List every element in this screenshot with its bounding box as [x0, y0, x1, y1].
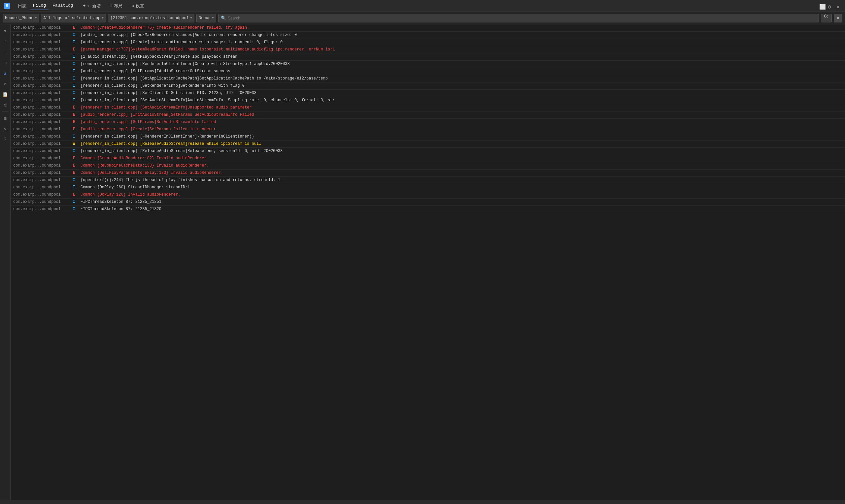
table-row[interactable]: com.examp...oundpoolI[audio_renderer.cpp…: [11, 32, 845, 39]
table-row[interactable]: com.examp...oundpoolI~IPCThreadSkeleton …: [11, 199, 845, 206]
log-level: W: [70, 141, 78, 147]
log-message: [renderer_in_client.cpp] [RendererInClie…: [78, 61, 845, 67]
sidebar-scroll-down[interactable]: ↓: [1, 48, 9, 56]
clear-filter-button[interactable]: ✕: [834, 14, 842, 22]
filter-bar: Huawei_Phone ▼ All logs of selected app …: [0, 12, 845, 24]
log-app-name: com.examp...oundpool: [11, 83, 70, 89]
settings-button[interactable]: ⚙ 设置: [130, 2, 146, 10]
log-level: I: [70, 177, 78, 183]
log-message: Common:{DealPlayParamsBeforePlay:180} In…: [78, 170, 845, 176]
sidebar-expand[interactable]: ⊞: [1, 59, 9, 67]
search-input[interactable]: [218, 14, 819, 22]
table-row[interactable]: com.examp...oundpoolE[param_manager.c:73…: [11, 46, 845, 53]
table-row[interactable]: com.examp...oundpoolICommon:{DoPlay:260}…: [11, 184, 845, 191]
sidebar-refresh[interactable]: ↺: [1, 69, 9, 77]
log-level: E: [70, 126, 78, 132]
table-row[interactable]: com.examp...oundpoolECommon:{DoPlay:126}…: [11, 191, 845, 199]
table-row[interactable]: com.examp...oundpoolI{operator()():244} …: [11, 177, 845, 184]
table-row[interactable]: com.examp...oundpoolI[renderer_in_client…: [11, 90, 845, 97]
table-row[interactable]: com.examp...oundpoolI[i_audio_stream.cpp…: [11, 53, 845, 61]
log-message: [renderer_in_client.cpp] [ReleaseAudioSt…: [78, 141, 845, 147]
title-tab-faultlog[interactable]: FaultLog: [50, 2, 75, 10]
sidebar-clear[interactable]: ⊘: [1, 80, 9, 88]
app-select[interactable]: [21235] com.example.testsoundpool ▼: [108, 14, 194, 22]
device-select[interactable]: Huawei_Phone ▼: [3, 14, 39, 22]
log-level: E: [70, 119, 78, 125]
log-app-name: com.examp...oundpool: [11, 54, 70, 60]
table-row[interactable]: com.examp...oundpoolECommon:{DealPlayPar…: [11, 169, 845, 177]
table-row[interactable]: com.examp...oundpoolI[audio_renderer.cpp…: [11, 68, 845, 75]
table-row[interactable]: com.examp...oundpoolI[renderer_in_client…: [11, 83, 845, 90]
log-message: [audio_renderer.cpp] [SetParams]SetAudio…: [78, 119, 845, 125]
log-app-name: com.examp...oundpool: [11, 75, 70, 82]
table-row[interactable]: com.examp...oundpoolI[renderer_in_client…: [11, 97, 845, 104]
log-message: [i_audio_stream.cpp] [GetPlaybackStream]…: [78, 54, 845, 60]
layout-icon: ⊞: [110, 3, 112, 8]
layout-button[interactable]: ⊞ 布局: [108, 2, 124, 10]
table-row[interactable]: com.examp...oundpoolE[renderer_in_client…: [11, 104, 845, 111]
table-row[interactable]: com.examp...oundpoolI~IPCThreadSkeleton …: [11, 206, 845, 213]
sidebar-export[interactable]: ⎘: [1, 101, 9, 109]
log-app-name: com.examp...oundpool: [11, 192, 70, 198]
log-level: I: [70, 206, 78, 212]
restore-window-btn[interactable]: ⬜: [819, 4, 824, 8]
log-app-name: com.examp...oundpool: [11, 47, 70, 52]
log-message: ~IPCThreadSkeleton 87: 21235_21251: [78, 199, 845, 205]
table-row[interactable]: com.examp...oundpoolECommon:{CreateAudio…: [11, 155, 845, 162]
table-row[interactable]: com.examp...oundpoolE[audio_renderer.cpp…: [11, 111, 845, 119]
log-app-name: com.examp...oundpool: [11, 112, 70, 118]
log-message: [audio_renderer.cpp] [Create]create audi…: [78, 39, 845, 45]
close-window-btn[interactable]: ✕: [837, 4, 841, 8]
log-message: [param_manager.c:737]SystemReadParam fai…: [78, 47, 845, 52]
log-level: I: [70, 61, 78, 67]
sidebar-scroll-bottom[interactable]: ▼: [1, 27, 9, 35]
table-row[interactable]: com.examp...oundpoolE[audio_renderer.cpp…: [11, 126, 845, 133]
sidebar-help[interactable]: ?: [1, 136, 9, 143]
sidebar-divider: [2, 111, 8, 112]
log-level: I: [70, 83, 78, 89]
log-app-name: com.examp...oundpool: [11, 25, 70, 31]
table-row[interactable]: com.examp...oundpoolI[renderer_in_client…: [11, 75, 845, 83]
log-app-name: com.examp...oundpool: [11, 133, 70, 140]
level-chevron-icon: ▼: [212, 16, 214, 20]
log-mode-chevron-icon: ▼: [102, 16, 104, 20]
table-row[interactable]: com.examp...oundpoolECommon:{CreateAudio…: [11, 24, 845, 32]
table-row[interactable]: com.examp...oundpoolI[audio_renderer.cpp…: [11, 39, 845, 46]
log-level: I: [70, 90, 78, 96]
table-row[interactable]: com.examp...oundpoolI[renderer_in_client…: [11, 148, 845, 155]
log-content[interactable]: com.examp...oundpoolECommon:{CreateAudio…: [11, 24, 845, 500]
table-row[interactable]: com.examp...oundpoolECommon:{ReCombineCa…: [11, 162, 845, 169]
log-level: E: [70, 163, 78, 168]
log-app-name: com.examp...oundpool: [11, 126, 70, 132]
new-button[interactable]: + + 新增: [81, 2, 102, 10]
bottom-scrollbar[interactable]: [0, 500, 845, 504]
title-tab-hilog[interactable]: HiLog: [30, 2, 49, 10]
log-app-name: com.examp...oundpool: [11, 199, 70, 205]
sidebar-scroll-up[interactable]: ↑: [1, 38, 9, 46]
log-message: [renderer_in_client.cpp] [ReleaseAudioSt…: [78, 148, 845, 154]
log-mode-select[interactable]: All logs of selected app ▼: [41, 14, 106, 22]
log-app-name: com.examp...oundpool: [11, 206, 70, 212]
log-app-name: com.examp...oundpool: [11, 177, 70, 183]
cc-button[interactable]: Cc: [821, 14, 831, 22]
sidebar-collapse[interactable]: ⊟: [1, 114, 9, 122]
log-message: ~IPCThreadSkeleton 87: 21235_21320: [78, 206, 845, 212]
log-message: [audio_renderer.cpp] [InitAudioStream]Se…: [78, 112, 845, 118]
log-message: Common:{CreateAudioRenderer:82} Invalid …: [78, 155, 845, 161]
log-app-name: com.examp...oundpool: [11, 141, 70, 147]
table-row[interactable]: com.examp...oundpoolI[renderer_in_client…: [11, 61, 845, 68]
title-tab-日志[interactable]: 日志: [15, 2, 29, 10]
settings-window-btn[interactable]: ⚙: [828, 4, 832, 8]
log-app-name: com.examp...oundpool: [11, 105, 70, 110]
table-row[interactable]: com.examp...oundpoolE[audio_renderer.cpp…: [11, 119, 845, 126]
title-bar: H 日志HiLogFaultLog + + 新增 ⊞ 布局 ⚙ 设置 ⬜ ⚙ ✕: [0, 0, 845, 12]
table-row[interactable]: com.examp...oundpoolI[renderer_in_client…: [11, 133, 845, 141]
log-level: I: [70, 32, 78, 38]
log-level: I: [70, 97, 78, 103]
level-select[interactable]: Debug ▼: [196, 14, 216, 22]
table-row[interactable]: com.examp...oundpoolW[renderer_in_client…: [11, 141, 845, 148]
sidebar-close[interactable]: ✕: [1, 125, 9, 133]
sidebar-copy[interactable]: 📋: [1, 90, 9, 98]
log-message: Common:{ReCombineCacheData:133} Invalid …: [78, 163, 845, 168]
title-tabs: 日志HiLogFaultLog: [15, 2, 75, 10]
